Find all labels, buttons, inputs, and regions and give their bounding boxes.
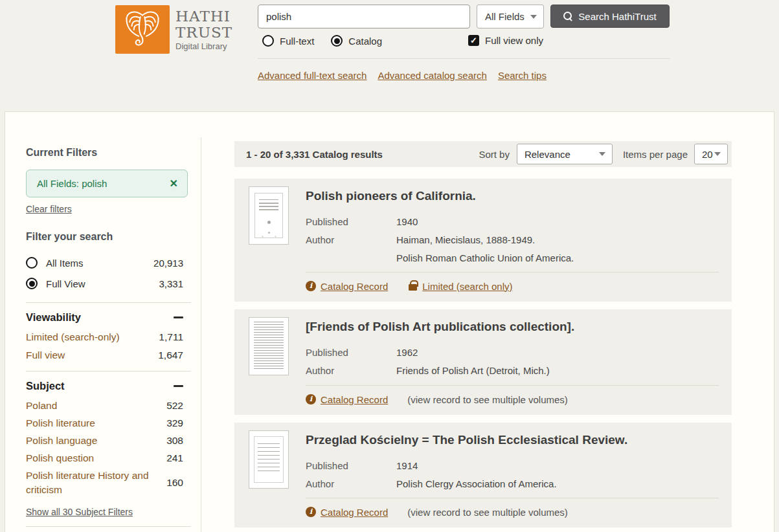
advanced-full-text-search-link[interactable]: Advanced full-text search: [258, 70, 367, 81]
search-input[interactable]: [258, 5, 470, 28]
catalog-record-link[interactable]: Catalog Record: [306, 394, 388, 405]
facet-link[interactable]: Polish literature: [26, 416, 95, 430]
radio-icon[interactable]: [262, 35, 274, 47]
chevron-down-icon: [599, 152, 605, 156]
facet-link[interactable]: Full view: [26, 348, 65, 362]
book-thumbnail[interactable]: [249, 317, 289, 375]
thumbnail-page: [249, 187, 288, 244]
facet-row: Polish literature329: [26, 416, 183, 430]
facet-count: 160: [166, 476, 183, 490]
results-list: Polish pioneers of California. Published…: [234, 179, 732, 532]
search-type-catalog[interactable]: Catalog: [331, 35, 382, 47]
checkbox-checked-icon[interactable]: [468, 35, 479, 46]
author-label: Author: [306, 231, 396, 267]
book-thumbnail[interactable]: [249, 186, 289, 245]
items-per-page-select[interactable]: 20: [694, 144, 728, 164]
facet-link[interactable]: Poland: [26, 399, 57, 413]
filter-option-full-view[interactable]: Full View3,331: [26, 273, 183, 294]
radio-icon[interactable]: [26, 257, 38, 269]
facet-count: 1,647: [158, 348, 183, 362]
field-select-value: All Fields: [485, 11, 525, 22]
search-type-label: Catalog: [348, 36, 382, 47]
published-label: Published: [306, 457, 396, 475]
card-footer: Catalog Record(view record to see multip…: [306, 505, 719, 519]
result-details: [Friends of Polish Art publications coll…: [306, 317, 719, 406]
footer-link-label[interactable]: Catalog Record: [321, 394, 388, 405]
hathitrust-search-page: HATHI TRUST Digital Library All Fields S…: [0, 0, 779, 532]
chevron-down-icon: [714, 152, 721, 156]
result-details: Polish pioneers of California. Published…: [306, 186, 719, 293]
published-row: Published 1914: [306, 457, 719, 475]
thumbnail-page: [249, 318, 288, 375]
facet-link[interactable]: Polish literature History and criticism: [26, 469, 155, 497]
search-type-full-text[interactable]: Full-text: [262, 35, 314, 47]
sort-select[interactable]: Relevance: [517, 144, 613, 164]
header-divider: [258, 58, 670, 59]
radio-selected-icon[interactable]: [331, 35, 343, 47]
advanced-catalog-search-link[interactable]: Advanced catalog search: [378, 70, 486, 81]
availability-link[interactable]: Limited (search only): [407, 281, 512, 292]
elephant-icon: [120, 8, 165, 51]
search-tips-link[interactable]: Search tips: [498, 70, 547, 81]
filter-option-all-items[interactable]: All Items20,913: [26, 252, 183, 273]
facet-link[interactable]: Polish question: [26, 451, 94, 465]
subject-title: Subject: [26, 380, 65, 392]
result-card: [Friends of Polish Art publications coll…: [234, 309, 732, 415]
active-filter-chip[interactable]: All Fields: polish ✕: [26, 170, 188, 197]
collapse-icon[interactable]: [174, 385, 183, 387]
items-per-page-value: 20: [702, 149, 713, 160]
published-row: Published 1962: [306, 344, 719, 362]
facet-count: 522: [166, 399, 183, 413]
catalog-record-link[interactable]: Catalog Record: [306, 281, 388, 292]
filter-option-count: 20,913: [153, 258, 183, 269]
results-header: 1 - 20 of 3,331 Catalog results Sort by …: [234, 141, 732, 167]
filter-option-label: All Items: [46, 258, 84, 269]
facet-link[interactable]: Polish language: [26, 434, 97, 448]
active-filter-label: All Fields: polish: [37, 178, 107, 189]
sidebar-content-divider: [201, 137, 201, 532]
search-type-options: Full-textCatalog: [262, 35, 382, 47]
footer-link-label[interactable]: Catalog Record: [321, 507, 388, 518]
card-divider: [306, 385, 719, 386]
author-name: Haiman, Miecislaus, 1888-1949.: [396, 231, 574, 249]
result-title[interactable]: Polish pioneers of California.: [306, 189, 719, 203]
author-name: Polish Roman Catholic Union of America.: [396, 249, 574, 267]
full-view-only-option[interactable]: Full view only: [468, 35, 543, 46]
remove-filter-icon[interactable]: ✕: [170, 177, 178, 190]
card-divider: [306, 272, 719, 272]
clear-filters-link[interactable]: Clear filters: [26, 204, 72, 214]
radio-selected-icon[interactable]: [26, 278, 38, 289]
footer-link-label[interactable]: Catalog Record: [321, 281, 388, 292]
items-per-page-label: Items per page: [623, 149, 688, 160]
filter-option-count: 3,331: [159, 278, 183, 289]
results-summary: 1 - 20 of 3,331 Catalog results: [246, 149, 383, 160]
result-title[interactable]: Przeglad Kościelny = The Polish Ecclesia…: [306, 433, 719, 447]
facet-link[interactable]: Limited (search-only): [26, 330, 120, 344]
author-label: Author: [306, 475, 396, 493]
author-row: Author Haiman, Miecislaus, 1888-1949.Pol…: [306, 231, 719, 267]
published-label: Published: [306, 344, 396, 362]
facet-row: Polish language308: [26, 434, 183, 448]
author-name: Friends of Polish Art (Detroit, Mich.): [396, 362, 550, 380]
book-thumbnail[interactable]: [249, 430, 289, 489]
multiple-volumes-note: (view record to see multiple volumes): [407, 507, 568, 518]
catalog-record-link[interactable]: Catalog Record: [306, 507, 388, 518]
viewability-list: Limited (search-only)1,711Full view1,647: [26, 330, 191, 362]
filter-your-search-title: Filter your search: [26, 231, 191, 243]
search-button-label: Search HathiTrust: [578, 11, 656, 22]
collapse-icon[interactable]: [174, 316, 183, 318]
show-all-subjects-link[interactable]: Show all 30 Subject Filters: [26, 507, 133, 517]
result-details: Przeglad Kościelny = The Polish Ecclesia…: [306, 430, 719, 519]
facet-count: 308: [166, 434, 183, 448]
search-type-label: Full-text: [280, 36, 314, 47]
card-divider: [306, 498, 719, 498]
search-button[interactable]: Search HathiTrust: [550, 5, 670, 28]
result-title[interactable]: [Friends of Polish Art publications coll…: [306, 320, 719, 334]
field-select[interactable]: All Fields: [477, 5, 544, 28]
advanced-search-links: Advanced full-text searchAdvanced catalo…: [258, 70, 547, 81]
hathitrust-logo[interactable]: [115, 5, 170, 54]
footer-link-label[interactable]: Limited (search only): [422, 281, 512, 292]
author-list: Friends of Polish Art (Detroit, Mich.): [396, 362, 550, 380]
brand-wordmark[interactable]: HATHI TRUST Digital Library: [175, 8, 232, 52]
sort-by-label: Sort by: [479, 149, 510, 160]
